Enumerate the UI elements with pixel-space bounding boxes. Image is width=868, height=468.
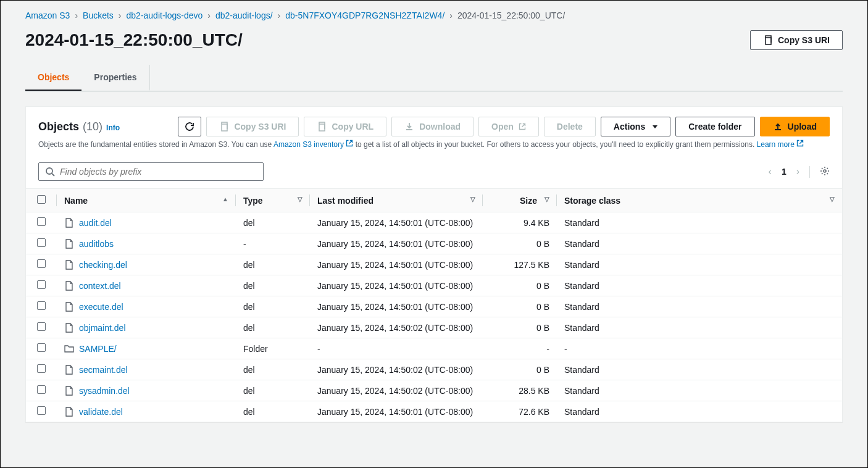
modified-cell: January 15, 2024, 14:50:01 (UTC-08:00) — [310, 212, 483, 233]
upload-button[interactable]: Upload — [760, 117, 830, 136]
object-link[interactable]: validate.del — [79, 407, 123, 417]
modified-cell: January 15, 2024, 14:50:01 (UTC-08:00) — [310, 296, 483, 317]
row-checkbox[interactable] — [37, 364, 46, 373]
delete-button[interactable]: Delete — [544, 117, 596, 136]
row-checkbox[interactable] — [37, 238, 46, 247]
col-name[interactable]: Name▲ — [57, 189, 236, 212]
file-icon — [64, 281, 74, 291]
breadcrumb-item[interactable]: db2-audit-logs/ — [215, 10, 273, 20]
size-cell: 0 B — [483, 233, 557, 254]
col-modified[interactable]: Last modified▽ — [310, 189, 483, 212]
row-checkbox[interactable] — [37, 322, 46, 331]
open-button[interactable]: Open — [478, 117, 539, 136]
chevron-down-icon — [653, 125, 657, 128]
actions-button[interactable]: Actions — [601, 117, 670, 136]
sort-asc-icon: ▲ — [222, 196, 228, 203]
breadcrumb-separator: › — [278, 10, 281, 20]
inventory-link-text: Amazon S3 inventory — [273, 140, 344, 149]
object-link[interactable]: sysadmin.del — [79, 386, 130, 396]
row-checkbox[interactable] — [37, 259, 46, 268]
svg-rect-2 — [319, 124, 325, 131]
delete-text: Delete — [557, 122, 583, 132]
row-checkbox[interactable] — [37, 280, 46, 289]
type-cell: del — [236, 359, 310, 380]
col-type-text: Type — [243, 196, 263, 206]
prev-page[interactable]: ‹ — [769, 166, 772, 177]
copy-url-button[interactable]: Copy URL — [304, 117, 386, 136]
external-icon — [346, 140, 353, 147]
refresh-button[interactable] — [178, 117, 201, 136]
object-link[interactable]: auditlobs — [79, 239, 114, 249]
col-size[interactable]: Size▽ — [483, 189, 557, 212]
modified-cell: - — [310, 338, 483, 359]
type-cell: del — [236, 212, 310, 233]
breadcrumb-item[interactable]: Buckets — [83, 10, 114, 20]
object-link[interactable]: SAMPLE/ — [79, 344, 117, 354]
learn-more-text: Learn more — [757, 140, 795, 149]
object-link[interactable]: audit.del — [79, 218, 112, 228]
object-link[interactable]: context.del — [79, 281, 121, 291]
row-checkbox[interactable] — [37, 406, 46, 415]
breadcrumb-item[interactable]: Amazon S3 — [25, 10, 70, 20]
col-type[interactable]: Type▽ — [236, 189, 310, 212]
modified-cell: January 15, 2024, 14:50:02 (UTC-08:00) — [310, 359, 483, 380]
upload-text: Upload — [788, 122, 817, 132]
panel-description: Objects are the fundamental entities sto… — [38, 139, 830, 150]
search-box[interactable] — [38, 162, 264, 181]
row-checkbox[interactable] — [37, 343, 46, 352]
type-cell: del — [236, 296, 310, 317]
copy-s3-uri-header-button[interactable]: Copy S3 URI — [750, 30, 843, 50]
col-modified-text: Last modified — [317, 196, 373, 206]
info-link[interactable]: Info — [106, 123, 120, 132]
gear-icon — [820, 166, 830, 176]
breadcrumb-item[interactable]: db2-audit-logs-devo — [127, 10, 203, 20]
breadcrumb-item[interactable]: db-5N7FXOY4GDP7RG2NSH2ZTAI2W4/ — [285, 10, 444, 20]
create-folder-button[interactable]: Create folder — [675, 117, 754, 136]
download-button[interactable]: Download — [391, 117, 474, 136]
modified-cell: January 15, 2024, 14:50:02 (UTC-08:00) — [310, 317, 483, 338]
storage-cell: Standard — [557, 254, 842, 275]
file-icon — [64, 260, 74, 270]
download-icon — [404, 122, 414, 132]
table-row: secmaint.deldelJanuary 15, 2024, 14:50:0… — [26, 359, 842, 380]
breadcrumb-separator: › — [207, 10, 211, 20]
sort-icon: ▽ — [298, 196, 303, 203]
copy-s3-uri-button[interactable]: Copy S3 URI — [206, 117, 299, 136]
object-link[interactable]: execute.del — [79, 302, 123, 312]
copy-url-text: Copy URL — [332, 122, 373, 132]
inventory-link[interactable]: Amazon S3 inventory — [273, 140, 353, 149]
file-icon — [64, 323, 74, 333]
svg-point-3 — [46, 168, 52, 174]
search-input[interactable] — [60, 167, 257, 177]
col-name-text: Name — [64, 196, 88, 206]
type-cell: Folder — [236, 338, 310, 359]
table-row: context.deldelJanuary 15, 2024, 14:50:01… — [26, 275, 842, 296]
learn-more-link[interactable]: Learn more — [757, 140, 804, 149]
object-link[interactable]: objmaint.del — [79, 323, 126, 333]
next-page[interactable]: › — [796, 166, 799, 177]
settings-button[interactable] — [809, 166, 830, 178]
file-icon — [64, 218, 74, 228]
copy-s3-uri-label: Copy S3 URI — [778, 35, 830, 45]
type-cell: - — [236, 233, 310, 254]
modified-cell: January 15, 2024, 14:50:01 (UTC-08:00) — [310, 233, 483, 254]
select-all-checkbox[interactable] — [37, 195, 46, 204]
tab-objects[interactable]: Objects — [25, 65, 81, 91]
col-storage[interactable]: Storage class▽ — [557, 189, 842, 212]
object-link[interactable]: secmaint.del — [79, 365, 128, 375]
actions-text: Actions — [614, 122, 645, 132]
storage-cell: Standard — [557, 233, 842, 254]
storage-cell: Standard — [557, 296, 842, 317]
breadcrumb-item: 2024-01-15_22:50:00_UTC/ — [457, 10, 565, 20]
modified-cell: January 15, 2024, 14:50:01 (UTC-08:00) — [310, 401, 483, 422]
tab-properties[interactable]: Properties — [81, 65, 149, 91]
breadcrumb-separator: › — [119, 10, 122, 20]
row-checkbox[interactable] — [37, 301, 46, 310]
object-link[interactable]: checking.del — [79, 260, 127, 270]
size-cell: 0 B — [483, 296, 557, 317]
table-row: execute.deldelJanuary 15, 2024, 14:50:01… — [26, 296, 842, 317]
row-checkbox[interactable] — [37, 217, 46, 226]
panel-title: Objects (10) Info — [38, 120, 120, 133]
sort-icon: ▽ — [545, 196, 549, 203]
row-checkbox[interactable] — [37, 385, 46, 394]
